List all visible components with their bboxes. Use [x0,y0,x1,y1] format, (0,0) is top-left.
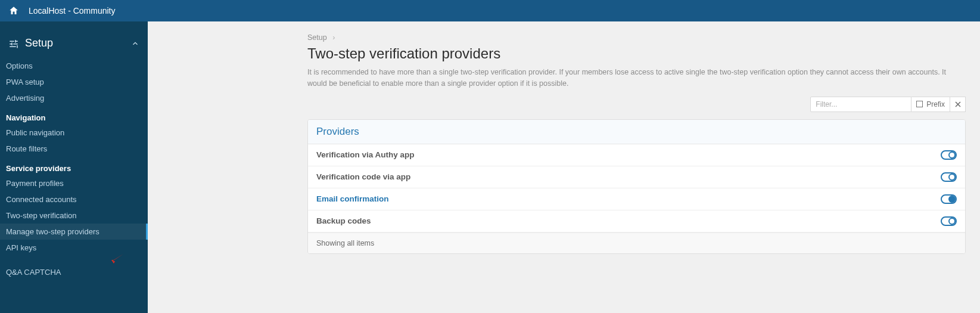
sidebar-item-manage-two-step-providers[interactable]: Manage two-step providers [0,224,148,240]
toggle-backup[interactable] [941,216,957,226]
topbar: LocalHost - Community [0,0,980,21]
provider-label: Verification code via app [316,172,410,181]
sidebar-section-title: Setup [25,37,53,49]
main-content: Setup › Two-step verification providers … [148,21,980,313]
breadcrumb-setup[interactable]: Setup [307,33,327,42]
sidebar-item-payment-profiles[interactable]: Payment profiles [0,175,148,191]
sidebar-item-options[interactable]: Options [0,58,148,74]
sidebar-group-service-providers: Service providers [0,157,148,175]
provider-label: Backup codes [316,216,371,225]
prefix-label: Prefix [926,100,945,109]
svg-rect-0 [917,101,923,107]
provider-label: Verification via Authy app [316,150,415,159]
sidebar: Setup Options PWA setup Advertising Navi… [0,21,148,313]
home-icon[interactable] [8,5,19,16]
prefix-toggle[interactable]: Prefix [911,97,950,112]
provider-label: Email confirmation [316,194,389,203]
sidebar-item-advertising[interactable]: Advertising [0,90,148,106]
sidebar-item-route-filters[interactable]: Route filters [0,141,148,157]
app-title[interactable]: LocalHost - Community [29,6,116,16]
provider-row-backup[interactable]: Backup codes [308,210,965,233]
sliders-icon [8,39,19,48]
page-title: Two-step verification providers [307,45,966,62]
clear-filter-button[interactable] [950,97,966,112]
checkbox-icon [916,101,923,107]
provider-row-email[interactable]: Email confirmation [308,188,965,210]
sidebar-item-public-navigation[interactable]: Public navigation [0,125,148,141]
sidebar-item-pwa-setup[interactable]: PWA setup [0,74,148,90]
breadcrumb[interactable]: Setup › [307,33,966,42]
sidebar-group-navigation: Navigation [0,106,148,125]
chevron-up-icon [131,39,139,48]
provider-row-authy[interactable]: Verification via Authy app [308,144,965,166]
chevron-right-icon: › [332,33,335,42]
page-description: It is recommended to have more than a si… [307,67,966,89]
sidebar-item-connected-accounts[interactable]: Connected accounts [0,191,148,207]
filter-input[interactable] [810,97,911,112]
sidebar-item-qa-captcha[interactable]: Q&A CAPTCHA [0,264,148,280]
sidebar-section-setup[interactable]: Setup [0,32,148,58]
panel-heading: Providers [308,120,965,144]
sidebar-item-two-step-verification[interactable]: Two-step verification [0,207,148,224]
filter-row: Prefix [307,97,966,112]
toggle-authy[interactable] [941,150,957,160]
close-icon [955,101,961,107]
toggle-email[interactable] [941,194,957,204]
sidebar-item-api-keys[interactable]: API keys [0,240,148,256]
toggle-code-app[interactable] [941,172,957,182]
providers-panel: Providers Verification via Authy app Ver… [307,119,966,254]
provider-row-code-app[interactable]: Verification code via app [308,166,965,188]
panel-footer: Showing all items [308,233,965,253]
